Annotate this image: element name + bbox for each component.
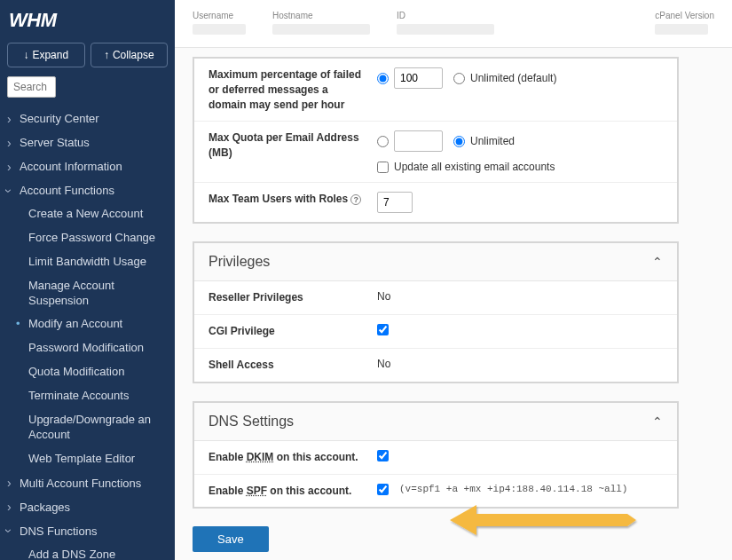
dns-title: DNS Settings [209, 414, 294, 430]
sidebar-sub-modify-account[interactable]: Modify an Account [0, 312, 175, 336]
max-quota-radio-value[interactable] [377, 136, 389, 147]
max-quota-input[interactable] [394, 130, 443, 152]
header-username: Username [193, 11, 246, 20]
panel-privileges: Privileges ⌃ Reseller Privileges No CGI … [193, 241, 679, 383]
header-bar: Username Hostname ID cPanel Version [175, 0, 732, 48]
shell-label: Shell Access [209, 358, 368, 373]
max-quota-label: Max Quota per Email Address (MB) [209, 130, 368, 161]
reseller-value: No [377, 290, 390, 303]
panel-dns: DNS Settings ⌃ Enable DKIM on this accou… [193, 401, 679, 509]
shell-value: No [377, 358, 390, 370]
sidebar-item-security-center[interactable]: Security Center [0, 106, 175, 130]
sidebar: WHM ↓Expand ↑Collapse Security Center Se… [0, 0, 175, 560]
sidebar-item-server-status[interactable]: Server Status [0, 130, 175, 154]
header-hostname: Hostname [272, 11, 370, 20]
nav: Security Center Server Status Account In… [0, 106, 175, 560]
max-quota-radio-unlimited[interactable] [453, 136, 465, 147]
sidebar-sub-create-account[interactable]: Create a New Account [0, 202, 175, 226]
sidebar-sub-force-password[interactable]: Force Password Change [0, 226, 175, 250]
header-cpanel-version: cPanel Version [655, 11, 714, 20]
update-existing-checkbox[interactable] [377, 162, 389, 173]
help-icon[interactable]: ? [350, 194, 361, 205]
unlimited-label: Unlimited [470, 135, 515, 147]
sidebar-sub-password-mod[interactable]: Password Modification [0, 336, 175, 360]
cgi-label: CGI Privilege [209, 324, 368, 339]
chevron-up-icon: ⌃ [652, 255, 663, 269]
arrow-down-icon: ↓ [23, 49, 28, 61]
expand-button[interactable]: ↓Expand [7, 43, 85, 67]
collapse-button[interactable]: ↑Collapse [91, 43, 169, 67]
privileges-title: Privileges [209, 254, 270, 270]
logo: WHM [9, 9, 166, 32]
spf-label: Enable SPF on this account. [209, 484, 368, 499]
max-pct-label: Maximum percentage of failed or deferred… [209, 67, 368, 112]
sidebar-sub-quota-mod[interactable]: Quota Modification [0, 360, 175, 384]
unlimited-default-label: Unlimited (default) [470, 72, 556, 84]
sidebar-sub-upgrade[interactable]: Upgrade/Downgrade an Account [0, 408, 175, 447]
main: Username Hostname ID cPanel Version Maxi… [175, 0, 732, 560]
max-team-label: Max Team Users with Roles? [209, 192, 368, 207]
save-button[interactable]: Save [193, 526, 269, 552]
svg-marker-0 [450, 505, 636, 535]
sidebar-item-dns-functions[interactable]: DNS Functions [0, 519, 175, 543]
panel-limits: Maximum percentage of failed or deferred… [193, 57, 679, 224]
sidebar-sub-web-template[interactable]: Web Template Editor [0, 447, 175, 471]
sidebar-item-account-information[interactable]: Account Information [0, 154, 175, 178]
search-input[interactable] [7, 76, 56, 98]
cgi-checkbox[interactable] [377, 324, 389, 335]
chevron-up-icon: ⌃ [652, 414, 663, 429]
header-id: ID [397, 11, 494, 20]
max-pct-radio-unlimited[interactable] [453, 73, 465, 84]
dns-header[interactable]: DNS Settings ⌃ [194, 403, 677, 441]
dkim-checkbox[interactable] [377, 450, 389, 461]
spf-record: (v=spf1 +a +mx +ip4:188.40.114.18 ~all) [399, 484, 627, 494]
arrow-up-icon: ↑ [104, 49, 109, 61]
reseller-label: Reseller Privileges [209, 290, 368, 305]
sidebar-item-account-functions[interactable]: Account Functions [0, 178, 175, 202]
sidebar-sub-add-dns[interactable]: Add a DNS Zone [0, 543, 175, 560]
dkim-label: Enable DKIM on this account. [209, 450, 368, 465]
spf-checkbox[interactable] [377, 484, 389, 495]
privileges-header[interactable]: Privileges ⌃ [194, 243, 677, 281]
sidebar-sub-terminate[interactable]: Terminate Accounts [0, 384, 175, 408]
update-existing-label: Update all existing email accounts [394, 161, 555, 173]
max-pct-radio-value[interactable] [377, 73, 389, 84]
sidebar-sub-manage-suspension[interactable]: Manage Account Suspension [0, 274, 175, 313]
sidebar-sub-limit-bandwidth[interactable]: Limit Bandwidth Usage [0, 250, 175, 274]
sidebar-item-packages[interactable]: Packages [0, 495, 175, 519]
max-pct-input[interactable] [394, 67, 443, 89]
max-team-input[interactable] [377, 192, 413, 213]
sidebar-item-multi-account[interactable]: Multi Account Functions [0, 471, 175, 495]
